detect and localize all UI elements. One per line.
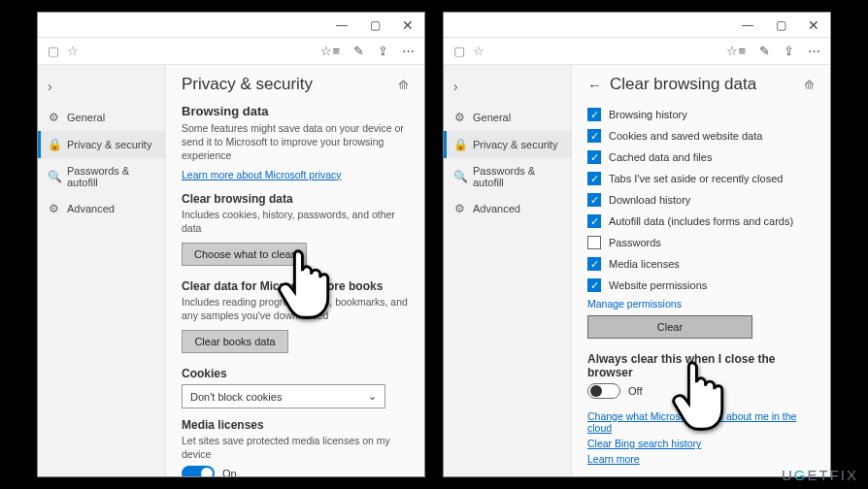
favorites-icon[interactable]: ☆≡ bbox=[726, 44, 746, 58]
sidebar-item-privacy[interactable]: 🔒 Privacy & security bbox=[38, 131, 165, 158]
star-icon[interactable]: ☆ bbox=[473, 44, 484, 58]
sliders-icon: ⚙ bbox=[453, 202, 466, 215]
check-row[interactable]: ✓Website permissions bbox=[587, 275, 815, 296]
sidebar-item-label: Privacy & security bbox=[473, 139, 557, 150]
reading-view-icon[interactable]: ▢ bbox=[453, 44, 465, 58]
sidebar-item-general[interactable]: ⚙ General bbox=[444, 104, 571, 131]
checkbox[interactable]: ✓ bbox=[587, 257, 601, 271]
sidebar-item-advanced[interactable]: ⚙ Advanced bbox=[444, 195, 571, 222]
manage-permissions-link[interactable]: Manage permissions bbox=[587, 298, 682, 310]
minimize-button[interactable]: — bbox=[325, 13, 358, 38]
clear-browsing-heading: Clear browsing data bbox=[182, 192, 409, 206]
checkbox[interactable]: ✓ bbox=[587, 193, 601, 207]
always-clear-heading: Always clear this when I close the brows… bbox=[587, 352, 815, 379]
gear-icon: ⚙ bbox=[453, 111, 466, 124]
sidebar-item-passwords[interactable]: 🔍 Passwords & autofill bbox=[38, 158, 165, 195]
edge-window-clear-data: — ▢ ✕ ▢ ☆ ☆≡ ✎ ⇪ ⋯ › ⚙ General 🔒 bbox=[443, 12, 831, 477]
toolbar: ▢ ☆ ☆≡ ✎ ⇪ ⋯ bbox=[444, 38, 830, 65]
sidebar-item-advanced[interactable]: ⚙ Advanced bbox=[38, 195, 165, 222]
gear-icon: ⚙ bbox=[48, 111, 60, 124]
more-icon[interactable]: ⋯ bbox=[402, 44, 415, 58]
clear-books-button[interactable]: Clear books data bbox=[182, 330, 288, 353]
check-row[interactable]: ✓Browsing history bbox=[587, 104, 815, 125]
checkbox[interactable]: ✓ bbox=[587, 236, 601, 249]
clear-button[interactable]: Clear bbox=[587, 315, 752, 339]
check-row[interactable]: ✓Media licenses bbox=[587, 253, 815, 275]
pin-icon[interactable]: ⟰ bbox=[804, 78, 815, 92]
check-row[interactable]: ✓Cookies and saved website data bbox=[587, 125, 815, 147]
checkbox[interactable]: ✓ bbox=[587, 172, 601, 185]
share-icon[interactable]: ⇪ bbox=[784, 44, 794, 58]
checkbox[interactable]: ✓ bbox=[587, 129, 601, 143]
always-clear-label: Off bbox=[628, 385, 642, 397]
learn-more-link[interactable]: Learn more bbox=[587, 453, 640, 465]
media-sub: Let sites save protected media licenses … bbox=[182, 434, 409, 461]
close-button[interactable]: ✕ bbox=[391, 13, 424, 38]
check-row[interactable]: ✓Passwords bbox=[587, 232, 815, 253]
pin-icon[interactable]: ⟰ bbox=[398, 78, 409, 92]
section-browsing-data: Browsing data bbox=[182, 104, 409, 118]
watermark: UGETFIX bbox=[782, 467, 858, 483]
favorites-icon[interactable]: ☆≡ bbox=[320, 44, 340, 58]
minimize-button[interactable]: — bbox=[731, 13, 764, 38]
checkbox-label: Cookies and saved website data bbox=[609, 130, 762, 142]
cookies-select[interactable]: Don't block cookies ⌄ bbox=[182, 384, 385, 408]
cookies-value: Don't block cookies bbox=[190, 391, 282, 403]
maximize-button[interactable]: ▢ bbox=[358, 13, 391, 38]
checkbox-label: Passwords bbox=[609, 237, 661, 248]
learn-privacy-link[interactable]: Learn more about Microsoft privacy bbox=[182, 169, 342, 180]
close-button[interactable]: ✕ bbox=[797, 13, 830, 38]
more-icon[interactable]: ⋯ bbox=[808, 44, 820, 58]
checkbox-label: Autofill data (includes forms and cards) bbox=[609, 215, 793, 227]
clear-browsing-sub: Includes cookies, history, passwords, an… bbox=[182, 208, 409, 235]
clear-data-panel: ← Clear browsing data ⟰ ✓Browsing histor… bbox=[572, 65, 830, 476]
back-icon[interactable]: › bbox=[444, 75, 571, 104]
privacy-panel: Privacy & security ⟰ Browsing data Some … bbox=[166, 65, 424, 476]
sidebar-item-label: General bbox=[473, 112, 511, 123]
media-toggle[interactable] bbox=[182, 466, 215, 476]
media-toggle-label: On bbox=[222, 468, 237, 476]
key-icon: 🔍 bbox=[453, 170, 466, 183]
always-clear-toggle[interactable] bbox=[587, 383, 620, 399]
edge-window-privacy: — ▢ ✕ ▢ ☆ ☆≡ ✎ ⇪ ⋯ › ⚙ General 🔒 bbox=[37, 12, 425, 477]
check-row[interactable]: ✓Cached data and files bbox=[587, 147, 815, 168]
sidebar-item-general[interactable]: ⚙ General bbox=[38, 104, 165, 131]
sidebar-item-privacy[interactable]: 🔒 Privacy & security bbox=[444, 131, 571, 158]
maximize-button[interactable]: ▢ bbox=[764, 13, 797, 38]
clear-bing-link[interactable]: Clear Bing search history bbox=[587, 438, 701, 449]
check-row[interactable]: ✓Download history bbox=[587, 189, 815, 211]
check-row[interactable]: ✓Autofill data (includes forms and cards… bbox=[587, 211, 815, 232]
toolbar: ▢ ☆ ☆≡ ✎ ⇪ ⋯ bbox=[38, 38, 424, 65]
sidebar-item-label: Advanced bbox=[67, 203, 115, 214]
chevron-down-icon: ⌄ bbox=[368, 390, 377, 403]
checkbox[interactable]: ✓ bbox=[587, 150, 601, 164]
check-row[interactable]: ✓Tabs I've set aside or recently closed bbox=[587, 168, 815, 189]
sidebar-item-passwords[interactable]: 🔍 Passwords & autofill bbox=[444, 158, 571, 195]
change-microsoft-link[interactable]: Change what Microsoft knows about me in … bbox=[587, 410, 815, 434]
share-icon[interactable]: ⇪ bbox=[378, 44, 388, 58]
checkbox[interactable]: ✓ bbox=[587, 108, 601, 121]
choose-what-to-clear-button[interactable]: Choose what to clear bbox=[182, 243, 307, 266]
checkbox-label: Tabs I've set aside or recently closed bbox=[609, 173, 783, 184]
media-heading: Media licenses bbox=[182, 418, 409, 432]
notes-icon[interactable]: ✎ bbox=[759, 44, 770, 58]
checkbox-label: Media licenses bbox=[609, 258, 680, 270]
clear-books-sub: Includes reading progress, notes, bookma… bbox=[182, 295, 409, 322]
back-icon[interactable]: › bbox=[38, 75, 165, 104]
key-icon: 🔍 bbox=[48, 170, 60, 183]
titlebar: — ▢ ✕ bbox=[38, 13, 424, 38]
notes-icon[interactable]: ✎ bbox=[353, 44, 364, 58]
checkbox[interactable]: ✓ bbox=[587, 278, 601, 292]
clear-books-heading: Clear data for Microsoft Store books bbox=[182, 279, 409, 293]
checkbox[interactable]: ✓ bbox=[587, 214, 601, 228]
back-arrow-icon[interactable]: ← bbox=[587, 77, 602, 93]
titlebar: — ▢ ✕ bbox=[444, 13, 830, 38]
star-icon[interactable]: ☆ bbox=[67, 44, 79, 58]
settings-sidebar: › ⚙ General 🔒 Privacy & security 🔍 Passw… bbox=[38, 65, 166, 476]
sidebar-item-label: Passwords & autofill bbox=[67, 165, 155, 188]
checkbox-label: Cached data and files bbox=[609, 151, 712, 163]
lock-icon: 🔒 bbox=[453, 138, 466, 151]
reading-view-icon[interactable]: ▢ bbox=[48, 44, 59, 58]
panel-title: Privacy & security bbox=[182, 75, 313, 94]
sliders-icon: ⚙ bbox=[48, 202, 60, 215]
